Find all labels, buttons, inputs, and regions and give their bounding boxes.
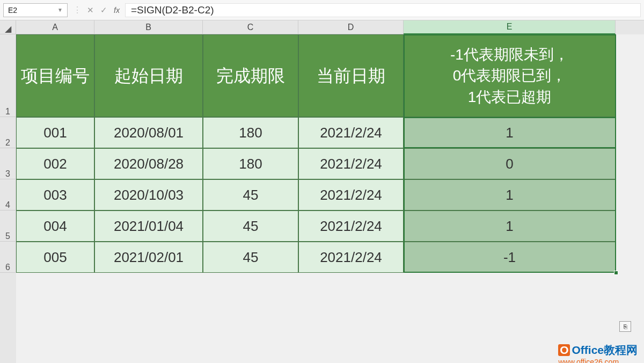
chevron-down-icon[interactable]: ▼ (57, 7, 63, 13)
cell[interactable]: 003 (16, 179, 94, 210)
cell[interactable]: 2020/08/28 (94, 148, 203, 179)
column-header[interactable]: B (94, 20, 203, 34)
cell[interactable]: 45 (203, 179, 298, 210)
cell[interactable]: 2020/10/03 (94, 179, 203, 210)
cell[interactable]: 45 (203, 242, 298, 273)
cell[interactable]: 004 (16, 210, 94, 242)
spreadsheet: ◢ 1 2 3 4 5 6 A B C D E 项目编号 起始日期 完成期限 当… (0, 20, 644, 363)
cell[interactable]: 1 (404, 210, 616, 242)
autofill-options-icon[interactable]: ⎘ (619, 321, 631, 332)
row-header[interactable]: 6 (0, 242, 16, 273)
watermark-title: OOffice教程网 (558, 343, 638, 358)
cell[interactable]: 2021/2/24 (298, 117, 404, 148)
cell[interactable]: 001 (16, 117, 94, 148)
header-cell[interactable]: 完成期限 (203, 34, 298, 117)
header-cell[interactable]: 项目编号 (16, 34, 94, 117)
column-header[interactable]: A (16, 20, 94, 34)
cell[interactable]: 2021/02/01 (94, 242, 203, 273)
grid: A B C D E 项目编号 起始日期 完成期限 当前日期 -1代表期限未到， … (16, 20, 644, 363)
cell[interactable]: 0 (404, 148, 616, 179)
header-cell[interactable]: 起始日期 (94, 34, 203, 117)
data-area: 项目编号 起始日期 完成期限 当前日期 -1代表期限未到， 0代表期限已到， 1… (16, 34, 644, 273)
table-row: 004 2021/01/04 45 2021/2/24 1 (16, 210, 644, 242)
column-header-selected[interactable]: E (404, 20, 616, 34)
cell[interactable]: 1 (404, 179, 616, 210)
row-headers: ◢ 1 2 3 4 5 6 (0, 20, 16, 363)
row-header[interactable]: 5 (0, 210, 16, 242)
column-header[interactable]: C (203, 20, 298, 34)
select-all-corner[interactable]: ◢ (0, 20, 16, 34)
table-row: 001 2020/08/01 180 2021/2/24 1 (16, 117, 644, 148)
header-cell[interactable]: -1代表期限未到， 0代表期限已到， 1代表已超期 (404, 34, 616, 117)
table-header-row: 项目编号 起始日期 完成期限 当前日期 -1代表期限未到， 0代表期限已到， 1… (16, 34, 644, 117)
confirm-icon[interactable]: ✓ (100, 5, 107, 15)
name-box-value: E2 (8, 6, 17, 14)
row-header[interactable]: 1 (0, 34, 16, 117)
fill-handle[interactable] (614, 271, 618, 275)
cell[interactable]: 005 (16, 242, 94, 273)
fx-icon[interactable]: fx (114, 6, 120, 14)
table-row: 005 2021/02/01 45 2021/2/24 -1 (16, 242, 644, 273)
formula-controls: ✕ ✓ fx (87, 5, 120, 15)
cell[interactable]: 2021/2/24 (298, 148, 404, 179)
table-row: 002 2020/08/28 180 2021/2/24 0 (16, 148, 644, 179)
row-header[interactable]: 4 (0, 179, 16, 210)
name-box[interactable]: E2 ▼ (3, 3, 68, 17)
cell[interactable]: 180 (203, 148, 298, 179)
formula-bar: E2 ▼ ⋮ ✕ ✓ fx =SIGN(D2-B2-C2) (0, 0, 644, 20)
cell[interactable]: 002 (16, 148, 94, 179)
cancel-icon[interactable]: ✕ (87, 5, 94, 15)
formula-text: =SIGN(D2-B2-C2) (131, 4, 214, 16)
cell[interactable]: 1 (404, 117, 616, 148)
cell[interactable]: 2021/2/24 (298, 179, 404, 210)
watermark: OOffice教程网 www.office26.com (558, 343, 638, 363)
cell[interactable]: 2021/2/24 (298, 210, 404, 242)
cell[interactable]: 180 (203, 117, 298, 148)
table-row: 003 2020/10/03 45 2021/2/24 1 (16, 179, 644, 210)
cell[interactable]: 2021/01/04 (94, 210, 203, 242)
row-header[interactable]: 2 (0, 117, 16, 148)
watermark-url: www.office26.com (558, 358, 638, 363)
cell[interactable]: -1 (404, 242, 616, 273)
cell[interactable]: 2021/2/24 (298, 242, 404, 273)
row-header[interactable]: 3 (0, 148, 16, 179)
column-headers: A B C D E (16, 20, 644, 34)
divider: ⋮ (73, 5, 82, 15)
column-header[interactable]: D (298, 20, 404, 34)
cell[interactable]: 45 (203, 210, 298, 242)
formula-input[interactable]: =SIGN(D2-B2-C2) (125, 3, 641, 17)
cell[interactable]: 2020/08/01 (94, 117, 203, 148)
header-cell[interactable]: 当前日期 (298, 34, 404, 117)
